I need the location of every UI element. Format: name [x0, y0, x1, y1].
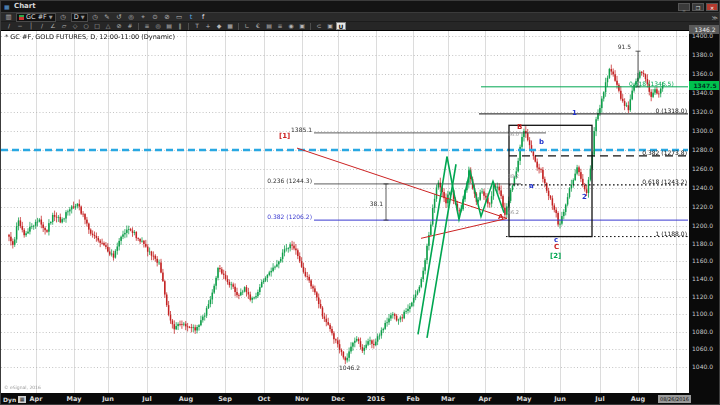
minimize-button[interactable]: _	[678, 3, 690, 11]
interval-select-value: D	[74, 13, 79, 21]
rhombus-tool[interactable]: ◇	[70, 22, 80, 30]
time-tick-feb: Feb	[406, 396, 419, 403]
crosshair-icon[interactable]: ⌖	[139, 13, 148, 22]
frame-tool[interactable]: ▣	[297, 22, 307, 30]
title-bar: ▦ Chart _❐✕	[1, 1, 720, 12]
price-tick: 1240.0	[692, 185, 713, 191]
price-tick: 1260.0	[692, 166, 713, 172]
trendline-tool[interactable]: /	[4, 22, 14, 30]
triangle-tool[interactable]: △	[103, 22, 113, 30]
app-window: ▦ Chart _❐✕ ▥GC #F▼◷D▼◷✎↺◎⌖⊙⊘▭tf≫ /−│∕∠▱…	[0, 0, 720, 405]
currency-tool[interactable]: €	[253, 22, 263, 30]
undo-icon[interactable]: ↺	[115, 13, 124, 22]
price-tick: 1060.0	[692, 346, 713, 352]
more-tools-icon[interactable]: ≫	[712, 14, 718, 21]
price-axis[interactable]: 1346.2 1347.5 1400.01380.01360.01340.013…	[689, 31, 720, 393]
regression-tool[interactable]: ∟	[242, 22, 252, 30]
studies-icon[interactable]: ◎	[127, 13, 136, 22]
restore-button[interactable]: ❐	[692, 3, 704, 11]
time-tick-may: May	[67, 396, 82, 403]
time-tick-nov: Nov	[295, 396, 309, 403]
chart-type-icon[interactable]: ▥	[4, 13, 13, 22]
fib-circle-tool[interactable]: ◎	[153, 22, 163, 30]
time-tick-jun: Jun	[554, 396, 566, 403]
price-tick: 1100.0	[692, 311, 713, 317]
window-controls: _❐✕	[678, 3, 718, 11]
session-clock-icon[interactable]: ◷	[91, 13, 100, 22]
toolbar-separator	[310, 23, 311, 30]
ray-tool[interactable]: ∕	[37, 22, 47, 30]
pattern-tool[interactable]: ▦	[225, 22, 235, 30]
drawing-toolbar: /−│∕∠▱◇○□△⊘#≡◎▤‖T+◆▦∟€▤≡◉▣⊂▣U	[1, 22, 720, 31]
price-chart-canvas[interactable]	[1, 31, 689, 393]
ellipse-tool[interactable]: ○	[81, 22, 91, 30]
price-tick: 1400.0	[692, 33, 713, 39]
price-tick: 1320.0	[692, 109, 713, 115]
grid-tool[interactable]: #	[125, 22, 135, 30]
time-tick-apr: Apr	[30, 396, 43, 403]
list-tool[interactable]: ≡	[275, 22, 285, 30]
toolbar-separator	[188, 23, 189, 30]
twitter-icon[interactable]: t	[187, 13, 196, 22]
dyn-label: Dyn	[3, 396, 16, 403]
exclude-data-icon[interactable]: ⊘	[163, 13, 172, 22]
time-tick-oct: Oct	[258, 396, 271, 403]
window-layout-icon[interactable]: ▭	[175, 13, 184, 22]
time-tick-apr: Apr	[479, 396, 492, 403]
chart-title: * GC #F, GOLD FUTURES, D, 12:00-11:00 (D…	[5, 33, 175, 41]
callout-tool[interactable]: +	[203, 22, 213, 30]
price-tick: 1280.0	[692, 147, 713, 153]
time-tick-2016: 2016	[367, 396, 385, 403]
price-tick: 1040.0	[692, 364, 713, 370]
price-tick: 1120.0	[692, 294, 713, 300]
close-button[interactable]: ✕	[706, 3, 718, 11]
interval-select[interactable]: D▼	[71, 13, 88, 22]
time-tick-dec: Dec	[331, 396, 345, 403]
dynamic-mode-button[interactable]: Dyn ▦	[3, 396, 26, 403]
chevron-down-icon: ▼	[49, 14, 53, 20]
window-title: Chart	[14, 2, 36, 11]
price-tick: 1080.0	[692, 329, 713, 335]
main-toolbar: ▥GC #F▼◷D▼◷✎↺◎⌖⊙⊘▭tf≫	[1, 12, 720, 22]
fib-time-zones-tool[interactable]: ‖	[175, 22, 185, 30]
chart-area[interactable]: 1385.10.236 (1244.3)0.382 (1206.2)0 (131…	[1, 31, 689, 393]
dyn-settings-icon[interactable]: ▦	[18, 396, 26, 403]
time-axis[interactable]: Dyn ▦ 08/26/2016 AprMayJunJulAugSepOctNo…	[1, 393, 720, 405]
angle-tool[interactable]: ∠	[48, 22, 58, 30]
fib-retracement-tool[interactable]: ≡	[142, 22, 152, 30]
channel-tool[interactable]: ▱	[59, 22, 69, 30]
vertical-line-tool[interactable]: │	[26, 22, 36, 30]
time-tick-aug: Aug	[179, 396, 193, 403]
price-tick: 1380.0	[692, 52, 713, 58]
prohibit-tool[interactable]: ⊘	[114, 22, 124, 30]
draw-pencil-icon[interactable]: ✎	[103, 13, 112, 22]
target-tool[interactable]: ◉	[286, 22, 296, 30]
table-tool[interactable]: ▤	[264, 22, 274, 30]
image-icon[interactable]: ▣	[325, 22, 335, 30]
toolbar-separator	[138, 23, 139, 30]
fib-fan-tool[interactable]: ▤	[164, 22, 174, 30]
symbol-select[interactable]: GC #F▼	[16, 13, 56, 22]
symbol-candle-icon	[19, 15, 24, 20]
time-tick-may: May	[517, 396, 532, 403]
chevron-down-icon: ▼	[81, 14, 85, 20]
underline-button[interactable]: U	[336, 22, 346, 30]
time-tick-aug: Aug	[631, 396, 645, 403]
price-tick: 1160.0	[692, 258, 713, 264]
time-template-icon[interactable]: ◷	[59, 13, 68, 22]
price-tick: 1180.0	[692, 241, 713, 247]
time-tick-mar: Mar	[441, 396, 455, 403]
rectangle-tool[interactable]: □	[92, 22, 102, 30]
alerts-icon[interactable]: ⊙	[151, 13, 160, 22]
price-tick: 1220.0	[692, 204, 713, 210]
paperclip-icon[interactable]: ⊂	[314, 22, 324, 30]
marker-tool[interactable]: ◆	[214, 22, 224, 30]
price-tick: 1340.0	[692, 90, 713, 96]
app-icon: ▦	[4, 3, 11, 10]
time-tick-jun: Jun	[102, 396, 114, 403]
horizontal-line-tool[interactable]: −	[15, 22, 25, 30]
text-tool[interactable]: T	[192, 22, 202, 30]
facebook-icon[interactable]: f	[199, 13, 208, 22]
copyright-text: © eSignal, 2016	[4, 385, 41, 390]
time-tick-jul: Jul	[142, 396, 151, 403]
